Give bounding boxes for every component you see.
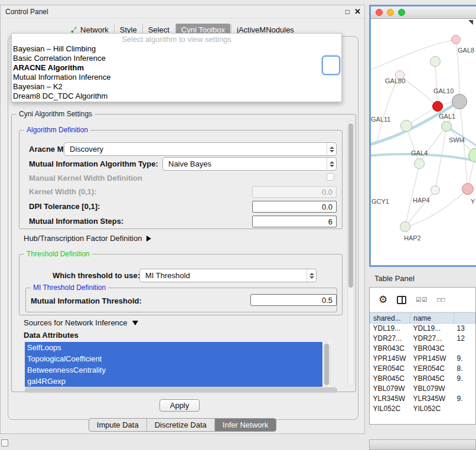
attribute-item-selfloops[interactable]: SelfLoops <box>25 342 322 353</box>
bottom-tab-bar: Impute DataDiscretize DataInfer Network <box>1 418 364 432</box>
select-all-icon[interactable]: ☑☑ <box>416 296 428 303</box>
network-node-label: GAL11 <box>371 116 390 123</box>
close-window-icon[interactable] <box>376 9 383 16</box>
table-row[interactable]: YDR27...YDR27...12 <box>370 334 475 344</box>
control-panel-titlebar[interactable]: Control Panel □ ✕ <box>1 5 364 18</box>
columns-icon[interactable] <box>397 296 406 304</box>
network-node[interactable] <box>430 56 441 67</box>
network-node[interactable] <box>414 158 425 169</box>
network-node-label: SWI4 <box>449 136 465 144</box>
table-cell <box>454 404 475 414</box>
hub-definition-label: Hub/Transcription Factor Definition <box>24 234 142 243</box>
network-node[interactable] <box>432 101 443 112</box>
table-row[interactable]: YBR043CYBR043C <box>370 344 475 354</box>
dropdown-items: Bayesian – Hill ClimbingBasic Correlatio… <box>12 44 341 101</box>
table-cell <box>454 384 475 394</box>
group-title: MI Threshold Definition <box>31 283 108 292</box>
birdseye-corner-icon[interactable] <box>468 20 473 25</box>
dropdown-item-bayesian-k2[interactable]: Bayesian – K2 <box>12 82 341 92</box>
deselect-all-icon[interactable]: □□ <box>437 296 445 303</box>
table-cell: YLR345W <box>370 394 410 404</box>
cyni-algorithm-settings-group: Cyni Algorithm Settings Algorithm Defini… <box>11 114 356 392</box>
table-cell: YBR045C <box>410 374 454 384</box>
which-threshold-select[interactable]: MI Threshold <box>139 269 317 282</box>
table-row[interactable]: YIL052CYIL052C <box>370 404 475 414</box>
dropdown-item-dream8-dc-tdc-algorithm[interactable]: Dream8 DC_TDC Algorithm <box>12 92 341 101</box>
mi-type-value: Naive Bayes <box>163 159 327 168</box>
hub-definition-toggle[interactable]: Hub/Transcription Factor Definition <box>24 234 151 243</box>
table-cell: YBR043C <box>410 344 454 354</box>
mi-threshold-group: MI Threshold Definition Mutual Informati… <box>25 288 337 312</box>
attribute-list-hscrollbar[interactable] <box>25 387 347 393</box>
network-node-label: GCY1 <box>371 198 389 205</box>
mi-threshold-field[interactable]: 0.5 <box>250 294 337 306</box>
network-window-titlebar[interactable] <box>371 6 476 19</box>
table-cell: YBL079W <box>370 384 410 394</box>
mi-type-select[interactable]: Naive Bayes <box>162 157 337 171</box>
network-node[interactable] <box>441 121 452 132</box>
network-node[interactable] <box>452 94 467 109</box>
table-row[interactable]: YLR345WYLR345W9. <box>370 394 475 404</box>
bottom-tab-segment: Impute DataDiscretize DataInfer Network <box>89 418 276 432</box>
dropdown-item-bayesian-hill-climbing[interactable]: Bayesian – Hill Climbing <box>12 44 341 54</box>
network-canvas[interactable]: GAL8GAL80GAL10GAL11GAL1SWI4GAL4GCY1HAP4Y… <box>371 19 476 265</box>
network-node[interactable] <box>431 185 440 195</box>
scrollbar-thumb[interactable] <box>25 387 337 393</box>
network-node[interactable] <box>400 221 410 232</box>
network-node[interactable] <box>462 183 474 195</box>
dropdown-item-aracne-algorithm[interactable]: ARACNE Algorithm <box>12 63 341 73</box>
dropdown-item-basic-correlation-inference[interactable]: Basic Correlation Inference <box>12 54 341 63</box>
aracne-mode-select[interactable]: Discovery <box>64 142 337 156</box>
attribute-item-betweennesscentrality[interactable]: BetweennessCentrality <box>25 364 322 376</box>
attribute-list-scrollbar[interactable] <box>323 342 330 387</box>
table-row[interactable]: YPR145WYPR145W9. <box>370 354 475 364</box>
table-cell: YPR145W <box>370 354 410 364</box>
close-icon[interactable]: ✕ <box>354 7 361 16</box>
bottom-tab-discretize-data[interactable]: Discretize Data <box>146 419 214 431</box>
table-row[interactable]: YER054CYER054C8. <box>370 364 475 374</box>
table-cell: 12 <box>454 334 475 344</box>
mi-steps-field[interactable]: 6 <box>252 216 337 227</box>
table-row[interactable]: YBR045CYBR045C9. <box>370 374 475 384</box>
scrollbar-thumb[interactable] <box>324 344 329 385</box>
minimize-window-icon[interactable] <box>387 9 394 16</box>
network-view-window: GAL8GAL80GAL10GAL11GAL1SWI4GAL4GCY1HAP4Y… <box>369 5 476 267</box>
algorithm-definition-group: Algorithm Definition Aracne Mode: Discov… <box>19 130 343 229</box>
apply-button[interactable]: Apply <box>159 399 200 412</box>
table-cell: YDL19... <box>370 324 410 334</box>
attribute-item-gal4rgexp[interactable]: gal4RGexp <box>25 376 322 387</box>
column-header[interactable] <box>454 313 475 324</box>
column-header[interactable]: shared... <box>370 313 410 324</box>
float-window-icon[interactable]: □ <box>345 8 350 16</box>
table-cell: YIL052C <box>370 404 410 414</box>
bottom-tab-infer-network[interactable]: Infer Network <box>214 419 276 431</box>
table-cell: YBL079W <box>410 384 454 394</box>
scrollbar-thumb[interactable] <box>348 123 353 288</box>
column-header[interactable]: name <box>410 313 454 324</box>
group-title: Cyni Algorithm Settings <box>17 110 94 118</box>
bottom-tab-impute-data[interactable]: Impute Data <box>89 419 146 431</box>
collapsed-panel-icon[interactable] <box>1 439 8 446</box>
dpi-tolerance-field[interactable]: 0.0 <box>252 201 337 213</box>
attribute-item-topologicalcoefficient[interactable]: TopologicalCoefficient <box>25 353 322 364</box>
table-cell: YER054C <box>370 364 410 374</box>
kernel-width-label: Kernel Width (0,1): <box>29 187 97 196</box>
mi-threshold-label: Mutual Information Threshold: <box>31 296 142 305</box>
gear-icon[interactable]: ⚙ <box>379 295 387 305</box>
focus-ring-box[interactable] <box>322 56 340 75</box>
zoom-window-icon[interactable] <box>398 9 405 16</box>
table-row[interactable]: YDL19...YDL19...13 <box>370 324 475 334</box>
attribute-list[interactable]: SelfLoopsTopologicalCoefficientBetweenne… <box>25 342 330 387</box>
sources-toggle[interactable]: Sources for Network Inference <box>24 318 138 327</box>
desktop: Control Panel □ ✕ NetworkStyleSelectCyni… <box>0 0 476 450</box>
node-table: shared... name YDL19...YDL19...13YDR27..… <box>370 312 475 414</box>
dropdown-item-mutual-information-inference[interactable]: Mutual Information Inference <box>12 73 341 82</box>
mi-steps-label: Mutual Information Steps: <box>29 217 123 226</box>
settings-scrollbar[interactable] <box>347 120 354 386</box>
table-panel: ⚙ ☑☑ □□ shared... name YDL19...YDL19...1… <box>369 287 476 425</box>
network-node[interactable] <box>451 35 461 44</box>
table-row[interactable]: YBL079WYBL079W <box>370 384 475 394</box>
network-node[interactable] <box>400 120 412 132</box>
data-attributes-label: Data Attributes <box>24 331 79 340</box>
dpi-tolerance-value: 0.0 <box>322 203 332 211</box>
